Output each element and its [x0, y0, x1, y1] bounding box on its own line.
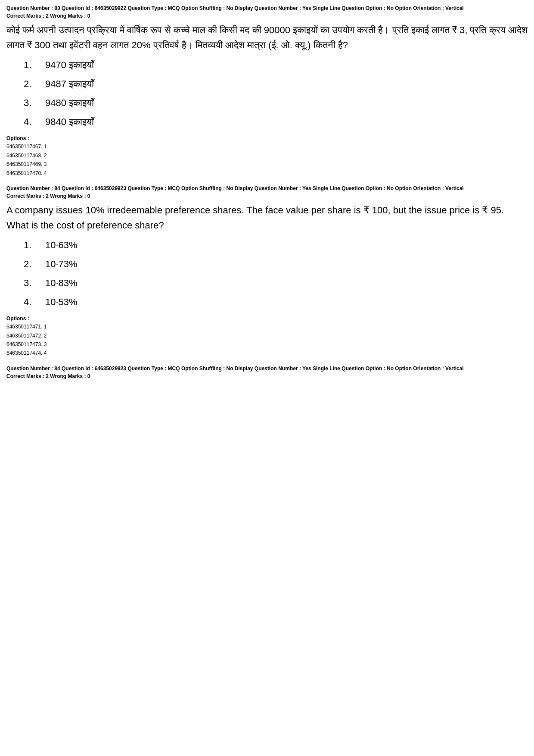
option-id-84-3: 646350117473. 3 [6, 340, 528, 349]
question-84-second-meta: Question Number : 84 Question Id : 64635… [6, 365, 528, 372]
option-84-4: 4. 10·53% [24, 297, 528, 308]
option-id-83-3: 646350117469. 3 [6, 160, 528, 169]
option-84-3: 3. 10·83% [24, 278, 528, 289]
option-84-1: 1. 10·63% [24, 240, 528, 251]
option-83-1-num: 1. [24, 59, 37, 71]
question-83-options-label: Options : [6, 135, 528, 141]
option-id-83-4: 646350117470. 4 [6, 169, 528, 178]
question-84-first-meta: Question Number : 84 Question Id : 64635… [6, 184, 528, 192]
option-84-4-text: 10·53% [45, 297, 78, 308]
option-id-83-1: 646350117467. 1 [6, 142, 528, 151]
option-83-2-num: 2. [24, 78, 37, 90]
option-83-2-text: 9487 इकाइयाँ [45, 78, 94, 90]
option-83-2: 2. 9487 इकाइयाँ [24, 78, 528, 90]
option-id-84-1: 646350117471. 1 [6, 322, 528, 331]
question-84-first-body: A company issues 10% irredeemable prefer… [6, 203, 528, 233]
question-84-first-options-label: Options : [6, 316, 528, 322]
option-84-3-text: 10·83% [45, 278, 78, 289]
question-83-body: कोई फर्म अपनी उत्पादन प्रक्रिया में वार्… [6, 22, 528, 53]
question-83-options-list: 1. 9470 इकाइयाँ 2. 9487 इकाइयाँ 3. 9480 … [24, 59, 528, 128]
option-84-3-num: 3. [24, 278, 37, 289]
question-84-second-marks: Correct Marks : 2 Wrong Marks : 0 [6, 373, 528, 379]
option-83-1-text: 9470 इकाइयाँ [45, 59, 94, 71]
option-83-3: 3. 9480 इकाइयाँ [24, 97, 528, 109]
question-84-first-options-ids: 646350117471. 1 646350117472. 2 64635011… [6, 322, 528, 358]
option-83-3-num: 3. [24, 97, 37, 109]
question-84-first-marks: Correct Marks : 2 Wrong Marks : 0 [6, 193, 528, 199]
option-id-83-2: 646350117468. 2 [6, 151, 528, 160]
option-83-4: 4. 9840 इकाइयाँ [24, 116, 528, 128]
question-83-marks: Correct Marks : 2 Wrong Marks : 0 [6, 13, 528, 19]
question-83-meta: Question Number : 83 Question Id : 64635… [6, 4, 528, 12]
option-id-84-4: 646350117474. 4 [6, 349, 528, 357]
option-83-4-num: 4. [24, 116, 37, 128]
option-84-1-text: 10·63% [45, 240, 78, 251]
question-84-second: Question Number : 84 Question Id : 64635… [6, 365, 528, 379]
option-83-1: 1. 9470 इकाइयाँ [24, 59, 528, 71]
option-84-2-text: 10·73% [45, 259, 78, 270]
option-84-2-num: 2. [24, 259, 37, 270]
option-83-4-text: 9840 इकाइयाँ [45, 116, 94, 128]
option-84-4-num: 4. [24, 297, 37, 308]
option-id-84-2: 646350117472. 2 [6, 331, 528, 340]
option-84-2: 2. 10·73% [24, 259, 528, 270]
option-83-3-text: 9480 इकाइयाँ [45, 97, 94, 109]
question-84-first-options-list: 1. 10·63% 2. 10·73% 3. 10·83% 4. 10·53% [24, 240, 528, 308]
question-83: Question Number : 83 Question Id : 64635… [6, 4, 528, 178]
question-83-options-ids: 646350117467. 1 646350117468. 2 64635011… [6, 142, 528, 178]
option-84-1-num: 1. [24, 240, 37, 251]
question-84-first: Question Number : 84 Question Id : 64635… [6, 184, 528, 358]
